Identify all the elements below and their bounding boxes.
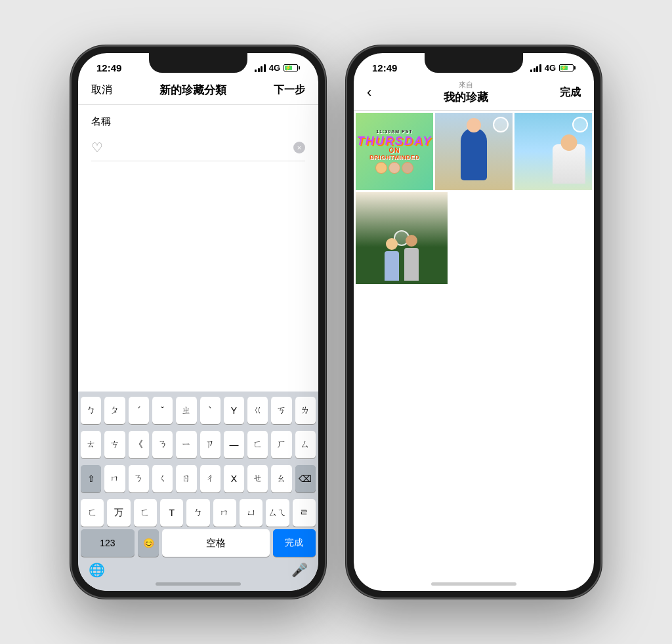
keyboard: ㄅ ㄆ ˊ ˇ ㄓ ˋ Y ㄍ ㄎ ㄌ ㄊ ㄘ (78, 392, 318, 591)
keyboard-rows: ㄅ ㄆ ˊ ˇ ㄓ ˋ Y ㄍ ㄎ ㄌ ㄊ ㄘ (78, 392, 318, 529)
next-button[interactable]: 下一步 (274, 83, 305, 97)
key-shift[interactable]: ⇧ (81, 465, 101, 493)
key-q[interactable]: ㄑ (152, 465, 173, 493)
grid-item-couple[interactable] (356, 192, 448, 284)
name-input-row[interactable]: ♡ × (91, 134, 305, 161)
key-d[interactable]: ㄅ (186, 499, 209, 527)
key-space[interactable]: 空格 (162, 529, 269, 557)
key-yu[interactable]: ㄩ (240, 499, 262, 527)
key-tone3[interactable]: ˇ (152, 397, 173, 424)
key-brkt[interactable]: 《 (129, 431, 149, 458)
key-w[interactable]: ㄈ (81, 499, 104, 527)
key-m[interactable]: ㄇ (104, 465, 125, 493)
key-row-2: ㄊ ㄘ 《 ㄋ ㄧ ㄗ — ㄈ ㄏ ㄙ (81, 431, 316, 458)
clear-button[interactable]: × (293, 142, 305, 153)
key-s[interactable]: ㄙ (295, 431, 316, 458)
key-y[interactable]: Y (224, 397, 244, 424)
battery-icon-right: ⚡ (559, 64, 576, 71)
key-u[interactable]: ㄪ (107, 499, 130, 527)
nav-title-right: 我的珍藏 (444, 90, 488, 105)
key-r[interactable]: ㄖ (176, 465, 196, 493)
signal-icon-right (530, 64, 541, 72)
nav-title-left: 新的珍藏分類 (159, 83, 226, 98)
key-l[interactable]: ㄌ (295, 397, 316, 424)
key-mu[interactable]: ㄇ (213, 499, 236, 527)
key-ch[interactable]: ㄔ (200, 465, 220, 493)
grid-item-thursday[interactable]: 11:30AM PST THURSDAY ON BRIGHTMINDED (356, 113, 433, 190)
time-right: 12:49 (372, 62, 397, 73)
heart-icon: ♡ (91, 140, 103, 155)
key-done[interactable]: 完成 (273, 529, 316, 557)
home-indicator-right (431, 582, 516, 586)
nav-center-right: 來自 我的珍藏 (444, 80, 488, 105)
nav-subtitle: 來自 (444, 80, 488, 90)
signal-icon-left (255, 64, 266, 72)
phones-container: 12:49 4G ⚡ (44, 19, 628, 625)
key-g[interactable]: ㄍ (247, 397, 268, 424)
form-section: 名稱 ♡ × (78, 105, 318, 161)
form-label: 名稱 (91, 115, 305, 128)
key-row-3: ⇧ ㄇ ㄋ ㄑ ㄖ ㄔ X ㄝ ㄠ ⌫ (81, 465, 316, 493)
grid-item-sitting[interactable] (514, 113, 592, 190)
key-f2[interactable]: ㄈ (134, 499, 157, 527)
nav-bar-left: 取消 新的珍藏分類 下一步 (78, 77, 318, 105)
key-123[interactable]: 123 (81, 529, 135, 557)
key-emoji[interactable]: 😊 (138, 529, 159, 557)
right-screen: 12:49 4G ⚡ (354, 53, 594, 591)
key-sei[interactable]: ㄙㄟ (266, 499, 289, 527)
back-button[interactable]: ‹ (367, 85, 371, 100)
key-f[interactable]: ㄈ (247, 431, 268, 458)
key-x[interactable]: X (224, 465, 244, 493)
left-iphone: 12:49 4G ⚡ (70, 45, 326, 599)
key-t2[interactable]: T (160, 499, 183, 527)
key-z[interactable]: ㄗ (200, 431, 220, 458)
key-h[interactable]: ㄏ (271, 431, 291, 458)
time-label: 11:30AM PST (376, 129, 412, 134)
battery-icon-left: ⚡ (284, 64, 300, 71)
network-type-left: 4G (269, 63, 280, 73)
left-screen: 12:49 4G ⚡ (78, 53, 318, 591)
selection-circle-2 (572, 117, 588, 132)
key-row-bottom: 123 😊 空格 完成 (78, 529, 318, 559)
right-iphone: 12:49 4G ⚡ (346, 45, 602, 599)
key-c[interactable]: ㄘ (104, 431, 125, 458)
network-type-right: 4G (545, 63, 556, 73)
cancel-button[interactable]: 取消 (91, 83, 112, 97)
notch (149, 53, 247, 73)
time-left: 12:49 (96, 62, 121, 73)
status-icons-left: 4G ⚡ (255, 63, 300, 73)
home-indicator-left (156, 582, 241, 586)
person-figure (461, 128, 487, 180)
keyboard-bottom: 🌐 🎤 (78, 559, 318, 591)
key-delete[interactable]: ⌫ (295, 465, 316, 493)
key-dash[interactable]: — (224, 431, 244, 458)
grid-item-blue-hoodie[interactable] (435, 113, 513, 190)
key-i[interactable]: ㄧ (176, 431, 196, 458)
key-p[interactable]: ㄆ (104, 397, 125, 424)
key-b[interactable]: ㄅ (81, 397, 101, 424)
key-tone4[interactable]: ˋ (200, 397, 220, 424)
key-t[interactable]: ㄊ (81, 431, 101, 458)
done-button[interactable]: 完成 (560, 86, 581, 100)
key-e[interactable]: ㄝ (247, 465, 268, 493)
key-row-4: ㄈ ㄪ ㄈ T ㄅ ㄇ ㄩ ㄙㄟ ㄹ (81, 499, 316, 527)
key-row-1: ㄅ ㄆ ˊ ˇ ㄓ ˋ Y ㄍ ㄎ ㄌ (81, 397, 316, 424)
globe-icon[interactable]: 🌐 (89, 562, 105, 578)
nav-bar-right: ‹ 來自 我的珍藏 完成 (354, 77, 594, 111)
key-ao[interactable]: ㄠ (271, 465, 291, 493)
key-ang[interactable]: ㄹ (293, 499, 316, 527)
collection-grid: 11:30AM PST THURSDAY ON BRIGHTMINDED (354, 111, 594, 286)
microphone-icon[interactable]: 🎤 (291, 562, 308, 578)
key-k[interactable]: ㄎ (271, 397, 291, 424)
key-zh[interactable]: ㄓ (176, 397, 196, 424)
cartoon-faces (375, 162, 413, 174)
key-n2[interactable]: ㄋ (129, 465, 149, 493)
key-tone2[interactable]: ˊ (129, 397, 149, 424)
status-icons-right: 4G ⚡ (530, 63, 576, 73)
notch-right (425, 53, 523, 73)
thursday-text: THURSDAY (357, 135, 432, 147)
key-n[interactable]: ㄋ (152, 431, 173, 458)
